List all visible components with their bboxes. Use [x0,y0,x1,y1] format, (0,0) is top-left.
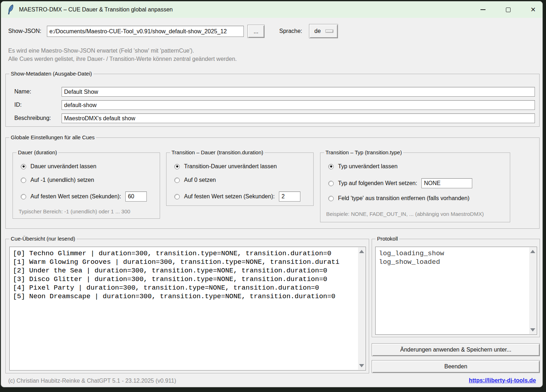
transition-duration-seconds-input[interactable] [279,192,300,202]
website-link[interactable]: https://liberty-dj-tools.de [469,377,536,384]
optionmenu-indicator-icon [325,30,333,33]
cue-list-item[interactable]: [0] Techno Glimmer | duration=300, trans… [13,249,357,258]
tk-feather-icon [7,4,15,15]
radio-icon [328,164,334,169]
duration-hint: Typischer Bereich: -1 (unendlich) oder 1… [19,208,130,214]
window-title: MAESTRO-DMX – CUE Dauer & Transition glo… [19,6,173,13]
app-window: MAESTRO-DMX – CUE Dauer & Transition glo… [1,1,543,387]
radio-type-remove[interactable]: Feld 'type' aus transition entfernen (fa… [328,195,469,202]
duration-group: Dauer (duration) Dauer unverändert lasse… [13,153,160,219]
cue-list-items: [0] Techno Glimmer | duration=300, trans… [13,249,357,369]
name-input[interactable] [62,87,535,97]
protocol-group-title: Protokoll [376,236,399,242]
radio-transition-duration-zero[interactable]: Auf 0 setzen [174,177,216,183]
transition-duration-group: Transition – Dauer (transition.duration)… [166,153,314,206]
browse-button[interactable]: ... [247,25,265,38]
cue-list-item[interactable]: [4] Pixel Party | duration=300, transiti… [13,284,357,292]
maximize-button[interactable] [504,6,512,13]
cue-list-item[interactable]: [1] Warm Glowing Grooves | duration=300,… [13,258,357,266]
minimize-button[interactable] [479,6,487,13]
close-button[interactable]: ✕ [530,6,537,13]
radio-icon [174,178,180,183]
protocol-list-items: log_loading_show log_show_loaded [379,249,528,333]
protocol-list-item[interactable]: log_loading_show [379,249,528,258]
copyright-text: (c) Christian Haubitz-Reinke & ChatGPT 5… [8,378,176,384]
transition-duration-group-title: Transition – Dauer (transition.duration) [170,149,265,155]
scroll-down-icon[interactable] [530,328,535,331]
radio-icon [328,181,334,186]
id-input[interactable] [62,100,535,110]
help-line-1: Es wird eine Maestro-Show-JSON erwartet … [8,47,237,55]
cue-list-item[interactable]: [2] Under the Sea | duration=300, transi… [13,266,357,275]
radio-icon [21,194,26,199]
radio-transition-duration-fixed[interactable]: Auf festen Wert setzen (Sekunden): [174,192,300,202]
radio-transition-duration-keep[interactable]: Transition-Dauer unverändert lassen [174,163,277,170]
maximize-icon [506,8,511,12]
cue-list-item[interactable]: [3] Disco Glitter | duration=300, transi… [13,275,357,284]
id-label: ID: [14,102,21,108]
transition-type-group: Transition – Typ (transition.type) Typ u… [320,153,510,222]
protocol-group: Protokoll log_loading_show log_show_load… [372,239,540,337]
description-input[interactable] [62,113,535,123]
radio-icon [328,196,334,201]
cue-overview-group: Cue-Übersicht (nur lesend) [0] Techno Gl… [5,239,369,373]
help-line-2: Alle Cues werden gelistet, ihre Dauer- /… [8,55,237,63]
radio-duration-infinite[interactable]: Auf -1 (unendlich) setzen [21,177,94,183]
duration-group-title: Dauer (duration) [16,149,58,155]
cue-overview-group-title: Cue-Übersicht (nur lesend) [9,236,77,242]
duration-seconds-input[interactable] [125,192,147,202]
cue-listbox[interactable]: [0] Techno Glimmer | duration=300, trans… [9,247,366,371]
radio-icon [21,178,26,183]
language-value: de [314,28,321,34]
quit-button[interactable]: Beenden [372,360,540,373]
show-json-path-input[interactable] [47,26,244,37]
metadata-group: Show-Metadaten (Ausgabe-Datei) Name: ID:… [5,74,540,127]
name-label: Name: [14,88,31,95]
metadata-group-title: Show-Metadaten (Ausgabe-Datei) [9,71,93,77]
language-label: Sprache: [279,28,302,34]
scroll-up-icon[interactable] [530,250,535,253]
cue-list-scrollbar[interactable] [358,247,365,370]
transition-type-hint: Beispiele: NONE, FADE_OUT_IN, ... (abhän… [326,211,484,217]
protocol-listbox[interactable]: log_loading_show log_show_loaded [375,247,537,335]
show-json-label: Show-JSON: [8,28,41,34]
radio-type-keep[interactable]: Typ unverändert lassen [328,163,397,170]
scroll-down-icon[interactable] [359,364,364,367]
cue-list-item[interactable]: [5] Neon Dreamscape | duration=300, tran… [13,292,357,301]
radio-icon [174,194,180,199]
minimize-icon [480,9,485,10]
radio-icon [174,164,180,169]
description-label: Beschreibung: [14,115,51,121]
language-dropdown[interactable]: de [309,24,338,38]
titlebar: MAESTRO-DMX – CUE Dauer & Transition glo… [1,1,542,18]
transition-type-group-title: Transition – Typ (transition.type) [324,149,403,155]
radio-duration-fixed[interactable]: Auf festen Wert setzen (Sekunden): [21,192,147,202]
radio-duration-keep[interactable]: Dauer unverändert lassen [21,163,96,170]
close-icon: ✕ [530,6,536,13]
global-settings-group-title: Globale Einstellungen für alle Cues [9,134,96,140]
radio-type-set[interactable]: Typ auf folgenden Wert setzen: [328,178,472,188]
transition-type-input[interactable] [421,178,472,188]
scroll-up-icon[interactable] [359,250,364,253]
protocol-scrollbar[interactable] [529,247,536,334]
protocol-list-item[interactable]: log_show_loaded [379,258,528,266]
apply-save-button[interactable]: Änderungen anwenden & Speichern unter... [372,343,540,356]
help-text: Es wird eine Maestro-Show-JSON erwartet … [8,47,237,63]
radio-icon [21,164,26,169]
window-controls: ✕ [479,1,537,18]
